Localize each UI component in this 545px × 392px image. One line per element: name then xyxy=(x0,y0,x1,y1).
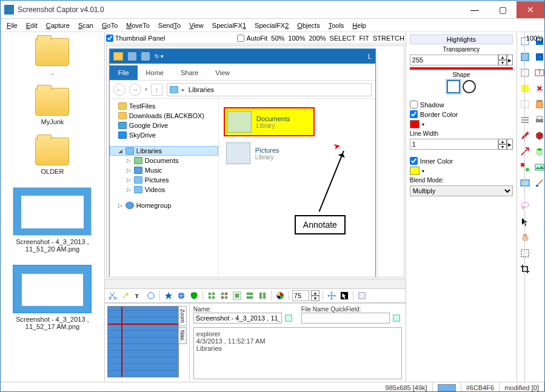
library-pictures[interactable]: PicturesLibrary xyxy=(224,140,315,167)
explorer-address-bar: ← → ▾ ↑ ▸ Libraries xyxy=(110,81,375,99)
tab-view[interactable]: View xyxy=(207,65,238,80)
thumbnail-sidebar[interactable]: .. MyJunk OLDER Screenshot - 4_3_2013 , … xyxy=(1,32,105,382)
back-button[interactable]: ← xyxy=(113,84,125,96)
explorer-content[interactable]: DocumentsLibrary PicturesLibrary ➤ Annot… xyxy=(219,99,375,277)
tool-grid1-icon[interactable] xyxy=(206,290,217,301)
shadow-checkbox[interactable]: Shadow xyxy=(410,101,513,108)
tool-grid5-icon[interactable] xyxy=(257,290,268,301)
folder-icon xyxy=(118,102,127,110)
menu-objects[interactable]: Objects xyxy=(293,21,323,30)
transparency-input[interactable] xyxy=(410,55,498,65)
menu-capture[interactable]: Capture xyxy=(42,21,73,30)
tab-home[interactable]: Home xyxy=(138,65,172,80)
autofit-checkbox[interactable]: AutoFit xyxy=(237,35,267,42)
shape-square-button[interactable] xyxy=(447,80,460,93)
tool-move-icon[interactable] xyxy=(326,290,337,301)
name-action-icon[interactable] xyxy=(283,313,294,324)
tool-globe-icon[interactable] xyxy=(176,290,187,301)
tool-grid2-icon[interactable] xyxy=(219,290,230,301)
size-spinner[interactable] xyxy=(292,290,309,301)
menu-specialfx2[interactable]: SpecialFX2 xyxy=(251,21,292,30)
spin-up[interactable]: ▲ xyxy=(498,139,507,144)
tree-item: TestFiles xyxy=(110,101,218,111)
slider-handle-icon[interactable]: ▸ xyxy=(507,139,513,150)
tool-scissors-icon[interactable] xyxy=(107,290,118,301)
menu-goto[interactable]: GoTo xyxy=(98,21,121,30)
menu-file[interactable]: File xyxy=(3,21,21,30)
shape-circle-button[interactable] xyxy=(463,80,476,93)
spin-down[interactable]: ▼ xyxy=(311,296,319,301)
tool-color-icon[interactable] xyxy=(275,290,286,301)
menu-help[interactable]: Help xyxy=(349,21,370,30)
tab-file[interactable]: File xyxy=(110,65,138,80)
tree-libraries[interactable]: ◢Libraries xyxy=(110,146,218,156)
slider-max-icon[interactable]: ▸ xyxy=(507,55,513,65)
thumbnail-panel-checkbox[interactable]: Thumbnail Panel xyxy=(106,35,166,42)
zoom-fit[interactable]: FIT xyxy=(359,35,369,42)
tool-text-icon[interactable]: T xyxy=(133,290,144,301)
menu-moveto[interactable]: MoveTo xyxy=(122,21,153,30)
zoom-stretch[interactable]: STRETCH xyxy=(373,35,404,42)
zoom-percent: 100% xyxy=(526,35,543,42)
zoom-200[interactable]: 200% xyxy=(309,35,326,42)
maximize-button[interactable]: ▢ xyxy=(489,1,517,18)
breadcrumb[interactable]: ▸ Libraries xyxy=(167,83,372,96)
forward-button[interactable]: → xyxy=(129,84,141,96)
tool-circle-icon[interactable] xyxy=(145,290,156,301)
zoom-navigator[interactable]: Zoom Nav. xyxy=(105,304,190,382)
tool-cursor-icon[interactable] xyxy=(339,290,350,301)
zoom-50[interactable]: 50% xyxy=(271,35,284,42)
library-documents[interactable]: DocumentsLibrary xyxy=(224,107,315,136)
svg-point-3 xyxy=(148,293,155,299)
blend-mode-select[interactable]: Multiply xyxy=(410,185,513,196)
canvas[interactable]: ↻ ▾ L File Home Share View ← → ▾ ↑ ▸ xyxy=(106,45,404,277)
tool-star-icon[interactable] xyxy=(163,290,174,301)
border-color-swatch[interactable] xyxy=(410,120,420,128)
documents-icon xyxy=(134,157,142,164)
videos-icon xyxy=(134,186,142,193)
up-button[interactable]: ↑ xyxy=(151,84,163,96)
close-button[interactable]: ✕ xyxy=(517,1,544,18)
zoom-tab[interactable]: Zoom xyxy=(178,306,187,326)
thumb-screenshot-1[interactable]: Screenshot - 4_3_2013 , 11_51_20 AM.png xyxy=(3,187,102,253)
inner-color-checkbox[interactable]: Inner Color xyxy=(410,157,513,165)
horizontal-scrollbar[interactable] xyxy=(105,279,406,288)
tool-box-icon[interactable] xyxy=(356,290,367,301)
line-width-input[interactable] xyxy=(410,139,498,150)
spin-down[interactable]: ▼ xyxy=(498,144,507,150)
quickfield-action-icon[interactable] xyxy=(391,313,402,324)
history-dropdown-icon[interactable]: ▾ xyxy=(145,87,147,92)
zoom-grid xyxy=(107,306,179,377)
zoom-select[interactable]: SELECT xyxy=(330,35,356,42)
tree-item: ▷Pictures xyxy=(110,175,218,185)
tab-share[interactable]: Share xyxy=(172,65,207,80)
tree-homegroup: ▷Homegroup xyxy=(110,201,218,210)
spin-down[interactable]: ▼ xyxy=(498,60,507,65)
thumb-screenshot-2[interactable]: Screenshot - 4_3_2013 , 11_52_17 AM.png xyxy=(3,265,102,330)
folder-up[interactable]: .. xyxy=(3,38,102,76)
menu-specialfx1[interactable]: SpecialFX1 xyxy=(209,21,250,30)
tool-shield-icon[interactable] xyxy=(189,290,199,301)
nav-tab[interactable]: Nav. xyxy=(178,327,187,344)
menu-scan[interactable]: Scan xyxy=(75,21,97,30)
inner-color-swatch[interactable] xyxy=(410,167,420,175)
folder-older[interactable]: OLDER xyxy=(3,138,102,175)
zoom-100[interactable]: 100% xyxy=(288,35,305,42)
menu-view[interactable]: View xyxy=(186,21,207,30)
tool-grid3-icon[interactable] xyxy=(232,290,242,301)
tool-grid4-icon[interactable] xyxy=(244,290,255,301)
menu-sendto[interactable]: SendTo xyxy=(155,21,184,30)
menu-tools[interactable]: Tools xyxy=(325,21,348,30)
minimize-button[interactable]: — xyxy=(461,1,489,18)
tool-wand-icon[interactable] xyxy=(120,290,131,301)
name-input[interactable] xyxy=(193,313,282,324)
tree-item: Google Drive xyxy=(110,121,218,130)
transparency-slider[interactable] xyxy=(410,67,513,70)
border-color-checkbox[interactable]: Border Color xyxy=(410,110,513,118)
spin-up[interactable]: ▲ xyxy=(311,290,319,296)
quickfield-input[interactable] xyxy=(301,313,390,324)
folder-myjunk[interactable]: MyJunk xyxy=(3,88,102,125)
menu-edit[interactable]: Edit xyxy=(22,21,41,30)
spin-up[interactable]: ▲ xyxy=(498,55,507,60)
explorer-tree[interactable]: TestFiles Downloads (BLACKBOX) Google Dr… xyxy=(110,99,219,277)
